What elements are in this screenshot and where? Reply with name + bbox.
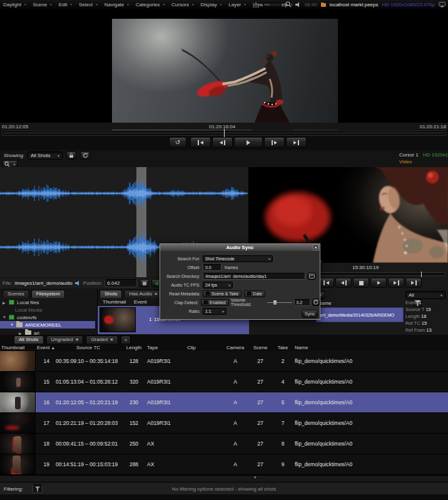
col-tape[interactable]: Tape (146, 345, 186, 350)
skip-end-button[interactable] (286, 137, 307, 148)
tree-item-codexvfs[interactable]: ▼ codexvfs (3, 314, 37, 321)
showing-dropdown[interactable]: All Shots▾ (28, 151, 63, 160)
viewer-band (0, 9, 448, 123)
position-options-button[interactable] (140, 279, 149, 287)
search-for-dropdown[interactable]: Shot Timecode▾ (203, 255, 273, 262)
col-name[interactable]: Name (293, 345, 448, 350)
viewer-tc-in: 01:20:12:05 (2, 124, 28, 130)
add-tab-button[interactable]: + (121, 335, 131, 344)
dialog-title-bar[interactable]: Audio Sync × (160, 244, 320, 251)
sync-stop-button[interactable] (353, 278, 369, 288)
close-icon[interactable]: × (76, 337, 79, 342)
collapse-icon[interactable]: ▼ (3, 315, 6, 319)
tab-shots[interactable]: Shots (99, 290, 122, 298)
col-scene[interactable]: Scene (248, 345, 272, 350)
col-length[interactable]: Length (122, 345, 146, 350)
sync-skip-end-button[interactable] (405, 278, 422, 288)
threshold-reset-button[interactable] (312, 298, 320, 306)
col-clip[interactable]: Clip (186, 345, 222, 350)
audio-file-path: /images1/arri_demo/audio (14, 280, 73, 286)
menu-select[interactable]: Select▾ (79, 2, 98, 8)
main-viewer-video[interactable] (112, 19, 338, 131)
monitor-icon[interactable] (439, 2, 445, 8)
tab-filesystem[interactable]: Filesystem (31, 290, 65, 298)
tab-scenes[interactable]: Scenes (3, 290, 29, 298)
refresh-button[interactable] (80, 151, 90, 160)
viewer-status-row: Showing: All Shots▾ ▾ Cursor 1 HD 1920x1… (0, 150, 448, 167)
sync-step-forward-button[interactable] (388, 278, 404, 288)
shot-row-15[interactable]: 15 01:05:13:04 – 01:05:26:12 320 A019R3I… (0, 372, 448, 392)
viewer-scrubber[interactable] (1, 130, 447, 136)
col-thumbnail[interactable]: Thumbnail (0, 345, 36, 350)
col-camera[interactable]: Camera (222, 345, 248, 350)
shot-thumbnail (0, 413, 36, 433)
col-source-tc[interactable]: Source TC (54, 345, 122, 350)
shot-row-17[interactable]: 17 01:20:21:19 – 01:20:28:03 152 A019R3I… (0, 413, 448, 434)
warning-icon (253, 2, 259, 8)
collapse-arrow-icon[interactable]: ▾ (254, 475, 257, 480)
step-forward-button[interactable] (264, 137, 285, 148)
menu-display[interactable]: Display▾ (201, 2, 222, 8)
panel-splitter[interactable]: ▾ (0, 475, 448, 482)
lock-button[interactable] (66, 151, 76, 160)
threshold-slider[interactable] (267, 299, 291, 305)
tab-has-audio[interactable]: Has Audio× (124, 290, 162, 298)
ratio-dropdown[interactable]: 1:1▾ (203, 308, 227, 315)
slider-knob[interactable] (273, 300, 277, 305)
menu-cursors[interactable]: Cursors▾ (171, 2, 194, 8)
speaker-icon[interactable] (75, 280, 81, 286)
sync-scrubber-playhead[interactable] (421, 272, 422, 277)
close-icon[interactable]: × (155, 291, 158, 297)
position-input[interactable] (104, 279, 137, 287)
browse-folder-button[interactable] (307, 272, 316, 280)
expand-icon[interactable]: ▶ (3, 300, 6, 305)
sync-button[interactable]: Sync (302, 310, 318, 318)
collapse-icon[interactable]: ▼ (10, 323, 14, 327)
fps-dropdown[interactable]: 24 fps▾ (203, 282, 233, 288)
menu-navigate[interactable]: Navigate▾ (104, 2, 129, 8)
shot-row-16-selected[interactable]: 16 01:20:12:05 – 01:20:21:19 230 A019R3I… (0, 392, 448, 413)
tab-ungraded[interactable]: Ungraded× (46, 335, 84, 344)
tree-item-aridemoreel[interactable]: ▼ ARIDEMOREEL (10, 321, 61, 329)
tab-all-shots[interactable]: All Shots (14, 335, 44, 344)
sync-play-button[interactable] (370, 278, 387, 288)
clap-enabled-toggle[interactable]: Enabled (201, 299, 229, 306)
scene-take-toggle[interactable]: Scene & Take (203, 290, 242, 297)
menu-layer[interactable]: Layer▾ (228, 2, 246, 8)
ratio-row: Ratio: 1:1▾ (160, 307, 320, 315)
close-icon[interactable]: × (110, 337, 113, 342)
menu-daylight[interactable]: Daylight▾ (3, 2, 26, 8)
audio-level-slider[interactable] (263, 3, 282, 7)
sync-step-back-button[interactable] (335, 278, 352, 288)
tree-item-local-files[interactable]: ▶ Local files (3, 298, 39, 306)
play-button[interactable] (234, 137, 263, 148)
directory-input[interactable] (203, 273, 305, 280)
menu-edit[interactable]: Edit▾ (59, 2, 72, 8)
loop-button[interactable]: ↺ (169, 137, 186, 148)
frame-icon (143, 282, 146, 285)
date-toggle[interactable]: Date (244, 290, 265, 297)
offset-input[interactable] (203, 264, 221, 271)
skip-start-button[interactable] (190, 137, 211, 148)
tree-item-local-media[interactable]: Local Media (15, 306, 42, 314)
col-event[interactable]: Event ▲ (36, 345, 54, 350)
tab-graded[interactable]: Graded× (86, 335, 118, 344)
clip-filter-dropdown[interactable]: All▾ (405, 291, 445, 299)
shot-row-18[interactable]: 18 00:09:41:15 – 00:09:52:01 250 AX A 27… (0, 434, 448, 454)
shot-row-14[interactable]: 14 00:35:09:10 – 00:35:14:18 128 A019R3I… (0, 351, 448, 372)
menu-scene[interactable]: Scene▾ (33, 2, 51, 8)
menu-categories[interactable]: Categories▾ (136, 2, 165, 8)
step-back-button[interactable] (212, 137, 233, 148)
dialog-close-button[interactable]: × (313, 245, 318, 250)
shot-row-19[interactable]: 19 00:14:51:19 – 00:15:03:19 288 AX A 27… (0, 454, 448, 475)
sync-clip-name: arri_demo/Media/20140326/ARIDEMO (319, 313, 394, 317)
chevron-down-icon: ▾ (24, 3, 26, 6)
search-icon[interactable] (285, 1, 292, 8)
sync-clip-row[interactable]: arri_demo/Media/20140326/ARIDEMO (316, 307, 404, 322)
filtering-bar: Filtering: No filtering options selected… (0, 482, 448, 494)
chevron-down-icon: ▾ (244, 3, 246, 6)
clap-label: Clap Detect: (160, 300, 198, 305)
threshold-input[interactable] (294, 299, 310, 306)
speaker-icon[interactable] (295, 2, 301, 8)
col-take[interactable]: Take (272, 345, 293, 350)
